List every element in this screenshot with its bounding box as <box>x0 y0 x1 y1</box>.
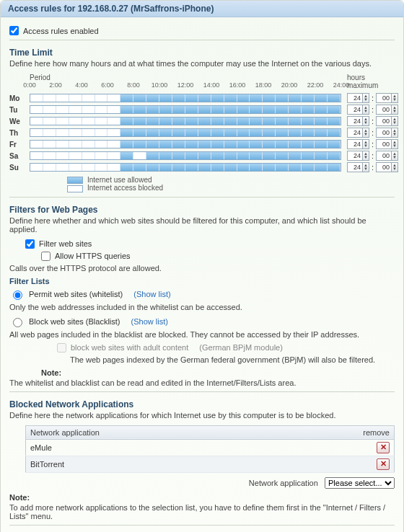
colon: : <box>372 163 374 172</box>
time-bar[interactable] <box>30 117 341 125</box>
divider <box>9 197 395 198</box>
colon: : <box>372 151 374 160</box>
access-rules-enabled-label: Access rules enabled <box>23 27 99 35</box>
hours-max-row: 24▲▼:00▲▼ <box>347 92 395 104</box>
day-label: Su <box>9 164 30 172</box>
remove-button[interactable]: ✕ <box>377 458 390 470</box>
filter-sites-row[interactable]: Filter web sites <box>25 239 395 249</box>
blocked-apps-note-text: To add more network applications to the … <box>9 503 395 520</box>
max-minutes-input-arrows[interactable]: ▲▼ <box>391 139 398 149</box>
allow-https-row[interactable]: Allow HTTPS queries <box>41 252 395 261</box>
add-app-select[interactable]: Please select... <box>325 477 395 489</box>
max-minutes-input[interactable]: 00 <box>376 105 392 115</box>
hour-tick: 24:00 <box>333 81 350 89</box>
day-label: Fr <box>9 141 30 148</box>
max-hours-input-arrows[interactable]: ▲▼ <box>362 93 369 103</box>
blacklist-radio[interactable] <box>13 318 22 327</box>
day-label: Sa <box>9 152 30 160</box>
whitelist-sub: Only the web addresses included in the w… <box>9 303 395 311</box>
max-minutes-input[interactable]: 00 <box>376 139 392 149</box>
blocked-apps-note-label: Note: <box>9 493 395 502</box>
colon: : <box>372 128 374 137</box>
max-hours-input[interactable]: 24 <box>347 105 363 115</box>
hour-tick: 6:00 <box>101 81 114 89</box>
day-label: Mo <box>9 94 30 102</box>
filter-lists-title: Filter Lists <box>9 277 395 285</box>
whitelist-showlist-link[interactable]: (Show list) <box>133 290 170 298</box>
max-hours-input-arrows[interactable]: ▲▼ <box>362 151 369 161</box>
table-row: eMule✕ <box>26 439 395 456</box>
day-label: Th <box>9 129 30 137</box>
max-minutes-input-arrows[interactable]: ▲▼ <box>391 128 398 138</box>
app-name-cell: BitTorrent <box>26 456 351 472</box>
divider <box>9 40 395 40</box>
max-minutes-input[interactable]: 00 <box>376 116 392 126</box>
time-bar[interactable] <box>30 94 341 102</box>
access-rules-enabled-checkbox[interactable] <box>9 26 19 35</box>
max-minutes-input-arrows[interactable]: ▲▼ <box>391 162 398 172</box>
max-hours-input-arrows[interactable]: ▲▼ <box>362 116 369 126</box>
hour-tick: 16:00 <box>229 81 246 89</box>
bpjm-sub: The web pages indexed by the German fede… <box>70 355 395 364</box>
max-minutes-input[interactable]: 00 <box>376 128 392 138</box>
time-bar[interactable] <box>30 128 341 137</box>
max-minutes-input-arrows[interactable]: ▲▼ <box>391 93 398 103</box>
time-bar[interactable] <box>30 140 341 148</box>
max-hours-input-arrows[interactable]: ▲▼ <box>362 162 369 172</box>
blacklist-showlist-link[interactable]: (Show list) <box>131 317 168 326</box>
access-rules-panel: Access rules for 192.168.0.27 (MrSaffron… <box>0 0 404 532</box>
hour-tick: 0:00 <box>23 81 36 89</box>
allow-https-checkbox[interactable] <box>41 252 50 261</box>
filter-sites-checkbox[interactable] <box>25 239 35 249</box>
day-label: We <box>9 118 30 125</box>
time-bar[interactable] <box>30 105 341 114</box>
time-bar[interactable] <box>30 151 341 160</box>
time-row: Fr <box>9 138 341 150</box>
bpjm-checkbox <box>57 343 66 353</box>
whitelist-row[interactable]: Permit web sites (whitelist) (Show list) <box>9 288 395 300</box>
max-minutes-input-arrows[interactable]: ▲▼ <box>391 151 398 161</box>
hours-max-row: 24▲▼:00▲▼ <box>347 138 395 150</box>
colon: : <box>372 105 374 114</box>
hour-tick: 18:00 <box>255 81 272 89</box>
max-hours-input-arrows[interactable]: ▲▼ <box>362 139 369 149</box>
bpjm-label: block web sites with adult content <box>71 343 188 352</box>
blacklist-row[interactable]: Block web sites (Blacklist) (Show list) <box>9 316 395 327</box>
hours-max-row: 24▲▼:00▲▼ <box>347 104 395 115</box>
remove-cell: ✕ <box>351 439 395 456</box>
access-rules-enabled-row[interactable]: Access rules enabled <box>9 26 395 35</box>
bpjm-suffix: (German BPjM module) <box>199 343 283 352</box>
divider <box>9 525 395 526</box>
day-label: Tu <box>9 106 30 114</box>
hour-ticks: 0:002:004:006:008:0010:0012:0014:0016:00… <box>30 81 341 90</box>
max-minutes-input[interactable]: 00 <box>376 151 392 161</box>
hour-tick: 12:00 <box>177 81 194 89</box>
max-minutes-input[interactable]: 00 <box>376 162 392 172</box>
max-hours-input-arrows[interactable]: ▲▼ <box>362 128 369 138</box>
remove-cell: ✕ <box>351 456 395 472</box>
time-bar[interactable] <box>30 163 341 172</box>
blacklist-label: Block web sites (Blacklist) <box>29 317 120 326</box>
blocked-apps-desc: Define here the network applications for… <box>9 411 395 420</box>
max-hours-input[interactable]: 24 <box>347 116 363 126</box>
max-minutes-input-arrows[interactable]: ▲▼ <box>391 116 398 126</box>
max-hours-input[interactable]: 24 <box>347 93 363 103</box>
max-minutes-input-arrows[interactable]: ▲▼ <box>391 105 398 115</box>
max-hours-input-arrows[interactable]: ▲▼ <box>362 105 369 115</box>
divider <box>9 391 395 392</box>
whitelist-label: Permit web sites (whitelist) <box>29 290 123 298</box>
filters-note-text: The whitelist and blacklist can be read … <box>9 378 395 387</box>
max-hours-input[interactable]: 24 <box>347 162 363 172</box>
remove-button[interactable]: ✕ <box>377 442 390 453</box>
max-minutes-input[interactable]: 00 <box>376 93 392 103</box>
hours-max-row: 24▲▼:00▲▼ <box>347 161 395 173</box>
hours-max-row: 24▲▼:00▲▼ <box>347 115 395 127</box>
time-row: We <box>9 115 341 127</box>
filters-title: Filters for Web Pages <box>9 205 395 215</box>
max-hours-input[interactable]: 24 <box>347 139 363 149</box>
max-hours-input[interactable]: 24 <box>347 151 363 161</box>
app-name-cell: eMule <box>26 439 351 456</box>
whitelist-radio[interactable] <box>13 291 22 300</box>
max-hours-input[interactable]: 24 <box>347 128 363 138</box>
blocked-apps-table: Network application remove eMule✕BitTorr… <box>25 425 395 473</box>
